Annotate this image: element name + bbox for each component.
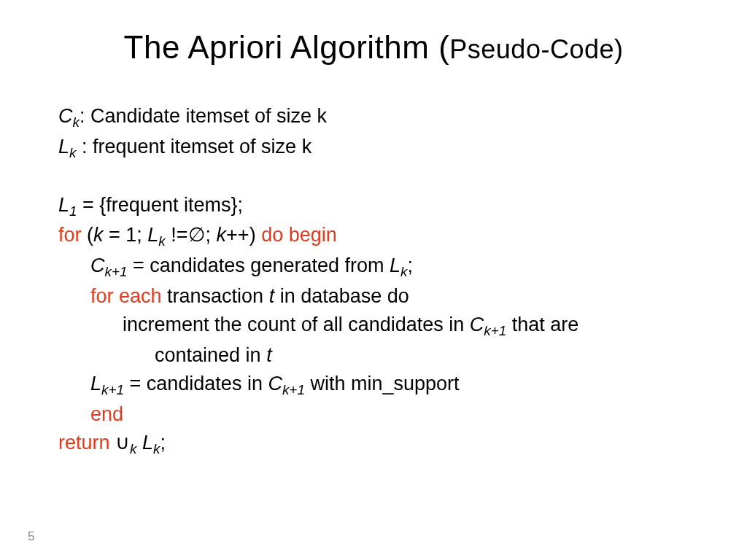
do-begin-keyword: do begin bbox=[261, 224, 337, 246]
ck-symbol: C bbox=[58, 105, 73, 127]
lk1-rest: with min_support bbox=[305, 373, 460, 394]
slide-title: The Apriori Algorithm (Pseudo-Code) bbox=[58, 29, 689, 66]
title-sub: Pseudo-Code) bbox=[449, 34, 623, 64]
ret-lsub: k bbox=[153, 441, 160, 456]
for-semi: ; bbox=[206, 224, 217, 246]
ck-subscript: k bbox=[73, 114, 80, 130]
foreach-mid: transaction bbox=[162, 285, 269, 307]
line-ck1-gen: Ck+1 = candidates generated from Lk; bbox=[58, 252, 689, 282]
for-lk-sym: L bbox=[147, 224, 158, 246]
line-increment-b: contained in t bbox=[58, 341, 689, 370]
def-lk: Lk : frequent itemset of size k bbox=[58, 133, 689, 163]
ret-sp bbox=[110, 432, 116, 454]
slide: The Apriori Algorithm (Pseudo-Code) Ck: … bbox=[0, 0, 747, 560]
for-pp: ++) bbox=[226, 224, 261, 246]
for-open: ( bbox=[82, 224, 94, 246]
l1-sub: 1 bbox=[69, 203, 77, 219]
line-lk1: Lk+1 = candidates in Ck+1 with min_suppo… bbox=[58, 370, 689, 400]
line-end: end bbox=[58, 400, 689, 429]
union-icon: ∪ bbox=[115, 432, 130, 454]
l1-sym: L bbox=[58, 194, 69, 216]
end-keyword: end bbox=[90, 403, 123, 425]
title-main: The Apriori Algorithm ( bbox=[124, 29, 450, 65]
for-k: k bbox=[93, 224, 104, 246]
foreach-rest: in database do bbox=[274, 285, 409, 307]
incr-t: t bbox=[266, 344, 272, 366]
ck1-eq: = candidates generated from bbox=[127, 254, 389, 276]
lk-text: : frequent itemset of size k bbox=[76, 136, 311, 158]
ck1-lk-sym: L bbox=[390, 254, 400, 276]
for-keyword: for bbox=[58, 224, 82, 246]
l1-rest: = {frequent items}; bbox=[77, 194, 243, 216]
ret-sp2 bbox=[137, 432, 143, 454]
incr-a: increment the count of all candidates in bbox=[123, 314, 470, 335]
spacer bbox=[58, 163, 689, 191]
line-foreach: for each transaction t in database do bbox=[58, 282, 689, 311]
incr-c-sub: k+1 bbox=[484, 324, 506, 339]
lk1-sym: L bbox=[90, 373, 101, 394]
incr-c-sym: C bbox=[470, 314, 484, 335]
def-ck: Ck: Candidate itemset of size k bbox=[58, 102, 689, 133]
lk1-sub: k+1 bbox=[101, 382, 124, 397]
for-kpp: k bbox=[217, 224, 227, 246]
lk1-c-sub: k+1 bbox=[282, 382, 305, 397]
page-number: 5 bbox=[28, 529, 34, 544]
line-return: return ∪k Lk; bbox=[58, 429, 689, 459]
ret-end: ; bbox=[160, 432, 166, 454]
incr-c-text: contained in bbox=[155, 344, 266, 366]
lk1-c-sym: C bbox=[268, 373, 282, 394]
foreach-keyword: for each bbox=[90, 285, 162, 307]
ck1-end: ; bbox=[407, 254, 413, 276]
empty-set-icon: ∅ bbox=[188, 224, 206, 246]
lk-symbol: L bbox=[58, 136, 69, 158]
incr-b: that are bbox=[506, 314, 578, 335]
line-for: for (k = 1; Lk !=∅; k++) do begin bbox=[58, 221, 689, 252]
ck1-sym: C bbox=[90, 254, 105, 276]
for-lk-sub: k bbox=[158, 234, 165, 249]
ret-usub: k bbox=[130, 441, 136, 456]
ck-text: : Candidate itemset of size k bbox=[80, 105, 327, 127]
lk1-mid: = candidates in bbox=[124, 373, 268, 394]
line-l1-init: L1 = {frequent items}; bbox=[58, 191, 689, 222]
ck1-sub: k+1 bbox=[105, 265, 128, 280]
return-keyword: return bbox=[58, 432, 110, 454]
for-ne: != bbox=[166, 224, 188, 246]
line-increment-a: increment the count of all candidates in… bbox=[58, 311, 689, 341]
slide-body: Ck: Candidate itemset of size k Lk : fre… bbox=[58, 102, 689, 459]
ret-l: L bbox=[142, 432, 153, 454]
for-eq1: = 1; bbox=[104, 224, 148, 246]
